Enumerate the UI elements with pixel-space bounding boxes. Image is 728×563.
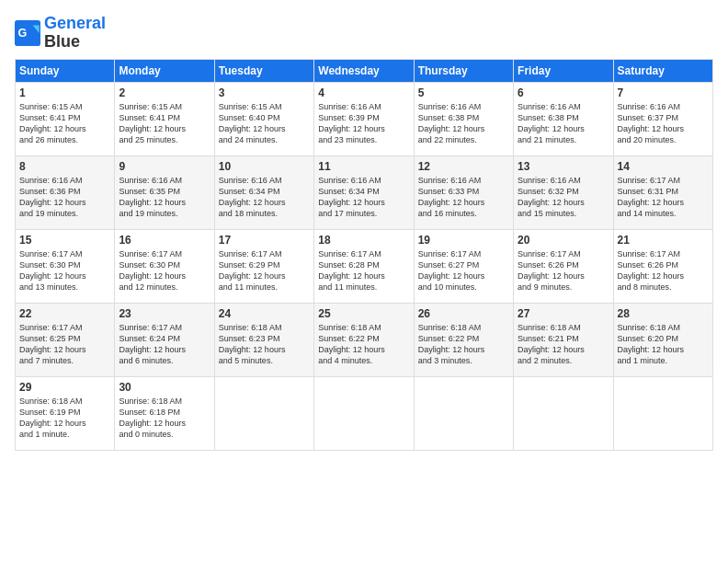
- daylight-label: Daylight: 12 hours: [119, 419, 186, 428]
- day-number: 16: [119, 234, 210, 247]
- day-info: Sunrise: 6:17 AM Sunset: 6:27 PM Dayligh…: [418, 248, 509, 293]
- day-number: 4: [318, 86, 409, 99]
- sunset-label: Sunset: 6:23 PM: [219, 334, 280, 343]
- day-number: 19: [418, 234, 509, 247]
- daylight-label: Daylight: 12 hours: [518, 345, 585, 354]
- sunrise-label: Sunrise: 6:17 AM: [618, 176, 681, 185]
- sunset-label: Sunset: 6:31 PM: [618, 187, 679, 196]
- daylight-label: Daylight: 12 hours: [219, 198, 286, 207]
- daylight-minutes: and 14 minutes.: [618, 209, 677, 218]
- column-header-monday: Monday: [115, 59, 214, 82]
- daylight-minutes: and 5 minutes.: [219, 356, 273, 365]
- sunrise-label: Sunrise: 6:18 AM: [518, 323, 581, 332]
- daylight-minutes: and 1 minute.: [618, 356, 668, 365]
- sunset-label: Sunset: 6:34 PM: [318, 187, 380, 196]
- sunrise-label: Sunrise: 6:17 AM: [418, 249, 482, 259]
- daylight-label: Daylight: 12 hours: [418, 271, 485, 281]
- svg-text:G: G: [18, 27, 28, 40]
- sunset-label: Sunset: 6:30 PM: [119, 260, 180, 270]
- day-info: Sunrise: 6:17 AM Sunset: 6:30 PM Dayligh…: [19, 248, 110, 293]
- calendar-cell: 9 Sunrise: 6:16 AM Sunset: 6:35 PM Dayli…: [115, 155, 214, 229]
- calendar-cell: 13 Sunrise: 6:16 AM Sunset: 6:32 PM Dayl…: [514, 155, 613, 229]
- day-number: 8: [19, 160, 110, 173]
- daylight-label: Daylight: 12 hours: [418, 198, 485, 207]
- daylight-label: Daylight: 12 hours: [19, 124, 86, 133]
- day-info: Sunrise: 6:17 AM Sunset: 6:25 PM Dayligh…: [19, 322, 110, 367]
- calendar-cell: 25 Sunrise: 6:18 AM Sunset: 6:22 PM Dayl…: [314, 303, 414, 376]
- calendar-cell: 8 Sunrise: 6:16 AM Sunset: 6:36 PM Dayli…: [16, 155, 115, 229]
- calendar-cell: [414, 376, 513, 450]
- daylight-minutes: and 12 minutes.: [119, 282, 177, 292]
- calendar-cell: 26 Sunrise: 6:18 AM Sunset: 6:22 PM Dayl…: [414, 303, 513, 376]
- sunset-label: Sunset: 6:25 PM: [19, 334, 81, 343]
- sunrise-label: Sunrise: 6:17 AM: [19, 323, 83, 332]
- sunset-label: Sunset: 6:26 PM: [518, 260, 579, 270]
- sunset-label: Sunset: 6:33 PM: [418, 187, 480, 196]
- sunset-label: Sunset: 6:38 PM: [418, 113, 480, 122]
- sunset-label: Sunset: 6:32 PM: [518, 187, 579, 196]
- calendar-cell: 3 Sunrise: 6:15 AM Sunset: 6:40 PM Dayli…: [214, 82, 313, 155]
- daylight-minutes: and 18 minutes.: [219, 209, 278, 218]
- day-number: 25: [318, 307, 409, 320]
- daylight-minutes: and 6 minutes.: [119, 356, 173, 365]
- calendar-cell: 28 Sunrise: 6:18 AM Sunset: 6:20 PM Dayl…: [613, 303, 712, 376]
- sunset-label: Sunset: 6:20 PM: [618, 334, 679, 343]
- daylight-minutes: and 11 minutes.: [219, 282, 278, 292]
- daylight-minutes: and 7 minutes.: [19, 356, 74, 365]
- day-number: 15: [19, 234, 110, 247]
- daylight-label: Daylight: 12 hours: [19, 271, 86, 281]
- sunset-label: Sunset: 6:22 PM: [318, 334, 380, 343]
- daylight-minutes: and 25 minutes.: [119, 135, 177, 144]
- sunrise-label: Sunrise: 6:17 AM: [219, 249, 282, 259]
- daylight-minutes: and 17 minutes.: [318, 209, 377, 218]
- calendar-week-1: 1 Sunrise: 6:15 AM Sunset: 6:41 PM Dayli…: [16, 82, 713, 155]
- daylight-minutes: and 2 minutes.: [518, 356, 572, 365]
- day-number: 20: [518, 234, 609, 247]
- daylight-label: Daylight: 12 hours: [418, 124, 485, 133]
- daylight-label: Daylight: 12 hours: [19, 345, 86, 354]
- sunrise-label: Sunrise: 6:17 AM: [119, 249, 182, 259]
- daylight-minutes: and 11 minutes.: [318, 282, 377, 292]
- day-number: 10: [219, 160, 310, 173]
- sunrise-label: Sunrise: 6:16 AM: [618, 102, 681, 111]
- calendar-cell: 29 Sunrise: 6:18 AM Sunset: 6:19 PM Dayl…: [16, 376, 115, 450]
- sunrise-label: Sunrise: 6:15 AM: [19, 102, 83, 111]
- daylight-label: Daylight: 12 hours: [219, 124, 286, 133]
- sunset-label: Sunset: 6:35 PM: [119, 187, 180, 196]
- column-header-wednesday: Wednesday: [314, 59, 414, 82]
- sunset-label: Sunset: 6:39 PM: [318, 113, 380, 122]
- daylight-minutes: and 9 minutes.: [518, 282, 572, 292]
- daylight-minutes: and 8 minutes.: [618, 282, 672, 292]
- day-info: Sunrise: 6:18 AM Sunset: 6:18 PM Dayligh…: [119, 396, 210, 441]
- daylight-label: Daylight: 12 hours: [318, 124, 385, 133]
- daylight-label: Daylight: 12 hours: [219, 271, 286, 281]
- daylight-label: Daylight: 12 hours: [318, 345, 385, 354]
- calendar-cell: 11 Sunrise: 6:16 AM Sunset: 6:34 PM Dayl…: [314, 155, 414, 229]
- calendar-cell: 30 Sunrise: 6:18 AM Sunset: 6:18 PM Dayl…: [115, 376, 214, 450]
- day-info: Sunrise: 6:17 AM Sunset: 6:24 PM Dayligh…: [119, 322, 210, 367]
- sunrise-label: Sunrise: 6:16 AM: [518, 176, 581, 185]
- sunset-label: Sunset: 6:28 PM: [318, 260, 380, 270]
- day-number: 3: [219, 86, 310, 99]
- calendar-week-3: 15 Sunrise: 6:17 AM Sunset: 6:30 PM Dayl…: [16, 229, 713, 303]
- sunrise-label: Sunrise: 6:17 AM: [119, 323, 182, 332]
- sunrise-label: Sunrise: 6:15 AM: [119, 102, 182, 111]
- daylight-label: Daylight: 12 hours: [119, 345, 186, 354]
- calendar-week-2: 8 Sunrise: 6:16 AM Sunset: 6:36 PM Dayli…: [16, 155, 713, 229]
- calendar-cell: 12 Sunrise: 6:16 AM Sunset: 6:33 PM Dayl…: [414, 155, 513, 229]
- day-info: Sunrise: 6:15 AM Sunset: 6:41 PM Dayligh…: [119, 101, 210, 146]
- calendar-page: G GeneralBlue SundayMondayTuesdayWednesd…: [0, 0, 728, 563]
- calendar-cell: 6 Sunrise: 6:16 AM Sunset: 6:38 PM Dayli…: [514, 82, 613, 155]
- calendar-cell: [613, 376, 712, 450]
- calendar-table: SundayMondayTuesdayWednesdayThursdayFrid…: [15, 59, 713, 451]
- day-number: 5: [418, 86, 509, 99]
- day-number: 12: [418, 160, 509, 173]
- column-header-friday: Friday: [514, 59, 613, 82]
- calendar-week-5: 29 Sunrise: 6:18 AM Sunset: 6:19 PM Dayl…: [16, 376, 713, 450]
- sunset-label: Sunset: 6:21 PM: [518, 334, 579, 343]
- calendar-cell: 1 Sunrise: 6:15 AM Sunset: 6:41 PM Dayli…: [16, 82, 115, 155]
- calendar-cell: 14 Sunrise: 6:17 AM Sunset: 6:31 PM Dayl…: [613, 155, 712, 229]
- sunset-label: Sunset: 6:22 PM: [418, 334, 480, 343]
- day-info: Sunrise: 6:17 AM Sunset: 6:26 PM Dayligh…: [518, 248, 609, 293]
- day-info: Sunrise: 6:16 AM Sunset: 6:37 PM Dayligh…: [618, 101, 709, 146]
